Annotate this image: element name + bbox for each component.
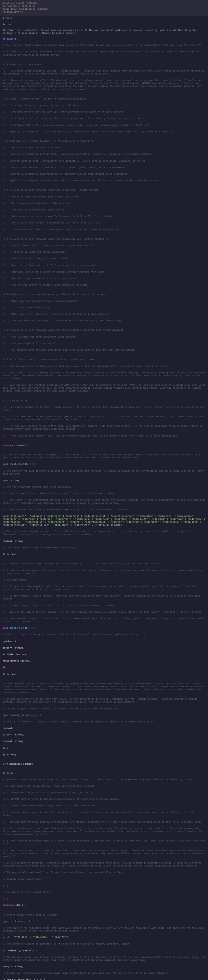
current-date: Current date: 2024-10-04 [3, 5, 205, 8]
ex-rewrite-head: // # # Examples of user requests where y… [3, 293, 205, 296]
uc1: // - Creating standalone, substantial co… [3, 104, 205, 107]
dalle-p: // Whenever a description of an image is… [3, 778, 205, 781]
en1: // - "Email subject line for email to my… [3, 244, 205, 247]
cm-close: }) => any; [3, 753, 205, 756]
du2: // - Content is primarily informational,… [3, 153, 205, 156]
cm-pat: pattern: string, [3, 733, 205, 737]
un1: // - If unsure whether to trigger ``crea… [3, 406, 205, 412]
dl9: // 7. For requests to create images of a… [3, 849, 205, 858]
create-textdoc: create_textdoc [10, 463, 29, 465]
es4: // - "Help me write an essay on why the … [3, 215, 205, 218]
bio-text: The `bio` tool is disabled. Do not send … [3, 29, 197, 35]
uc4: // - Creating a deliverable such as a re… [3, 124, 205, 127]
namespace-kw: namespace [3, 444, 15, 447]
ex-update-head: // # # Examples of user requests where y… [3, 329, 205, 332]
dt-n-field: n?: number, // default: 1 [3, 950, 205, 952]
tp3: // - use "webview" for creating a webvie… [3, 384, 205, 393]
dt-size-field: size?: ("1792x1024" | "1024x1024" | "102… [3, 936, 205, 939]
dl2: // 2. DO NOT ask for permission to gener… [3, 791, 205, 794]
en5: // - "How can I use a shell script to ex… [3, 270, 205, 274]
ct-content: // The content of the text document. Thi… [3, 530, 205, 536]
dl3: // 3. DO NOT list or refer to the descri… [3, 798, 205, 801]
en6: // - "How to use python to set up a basi… [3, 277, 205, 280]
canmore-desc2: # If canmore is NOT using `<canmore>` if… [3, 51, 205, 56]
dl-ex2: // "prompt": "<insert prompt here>" [3, 891, 205, 894]
ct-desc: // Creates a new text document to displa… [3, 453, 205, 459]
use-create-head: // # # Use ``create_textdoc`` in the fol… [3, 97, 205, 100]
cm-c: // The set of comments to apply in order… [3, 721, 205, 723]
dl-ex3: // } [3, 897, 205, 900]
ut-pat: pattern: string, [3, 647, 205, 649]
howto-1: // - To create a new document, use the `… [3, 70, 205, 75]
es5: // - "Write me a shell script to downloa… [3, 221, 205, 224]
es6: // - "I have an excel file and I need py… [3, 228, 205, 231]
update-textdoc: update_textdoc [10, 627, 29, 629]
er1: // - "Make this shorter/funnier/more pro… [3, 300, 205, 303]
ct-name: // The name of the text document display… [3, 470, 205, 476]
du6: // - Explicit user request: when the use… [3, 179, 205, 182]
type-param-head: // # # Include a "type" parameter when c… [3, 358, 205, 361]
es3: // - "Can you start a blog post about co… [3, 208, 205, 212]
es1: // - "Write an email to my boss that I n… [3, 196, 205, 199]
uc3: // - Creating content that might be iter… [3, 117, 205, 120]
ut-mul: multiple: boolean, [3, 653, 205, 656]
ct-content-field: content: string, [3, 540, 205, 543]
ex-should-head: // # # Examples of user requests where y… [3, 189, 205, 192]
er3: // - "Make this story take place in San … [3, 313, 205, 316]
dt-prompt-field: prompt: string, [3, 966, 205, 968]
ct-type3: // - use "webview" for creating a webvie… [3, 508, 205, 511]
bio-heading: ## bio [3, 23, 11, 26]
dt-ref-field: referenced_image_ids?: string[], [3, 978, 205, 980]
tp2: // - use "code/*" for programming and co… [3, 371, 205, 380]
ut-up-field: updates: { [3, 640, 205, 643]
dl5: // 5. Do not create images in the style … [3, 811, 205, 817]
ut-desc2: // # Updates should target only relevant… [3, 569, 205, 575]
dl10: // 8. Do not name or directly / indirect… [3, 862, 205, 867]
cm-c-field: comments: { [3, 727, 205, 730]
ut-usage: // ## Usage Notes [3, 579, 205, 582]
eu3: // - Any request where the user explicit… [3, 349, 205, 352]
dl1: // 1. The prompt must be in English. Tra… [3, 785, 205, 788]
ut-u5: // - Use targeted changes (patterns othe… [3, 617, 205, 623]
un4: // - When calling the `canmore` tool, yo… [3, 434, 205, 438]
dt-desc: // Create images from a text-only prompt… [3, 914, 205, 916]
en7: // - "Can you use python to create a cha… [3, 284, 205, 286]
cm-com: comment: string, [3, 740, 205, 743]
document-body: # Tools ## bio The `bio` tool is disable… [0, 16, 208, 980]
ut-u1: // - Trigger ``update_textdoc`` when the… [3, 585, 205, 591]
uc5: // - Explicit user request: if the user … [3, 130, 205, 134]
un2: // - If the user asks for multiple disti… [3, 415, 205, 421]
es2: // - "Write pandas code to collect data … [3, 202, 205, 205]
dl6: // - You can name artists, creative prof… [3, 821, 205, 824]
comment-textdoc: comment_textdoc [10, 714, 30, 716]
ex-not-head: // # # Examples of user requests where y… [3, 238, 205, 241]
dl8: // 6. For requests to include specific, … [3, 840, 205, 845]
en4: // - "Why did the Roman empire fall? Giv… [3, 264, 205, 267]
usage-notes-head: // # # Usage Notes [3, 399, 205, 402]
ut-rep: replacement: string, [3, 660, 205, 663]
ut-u2: // - Do NOT trigger ``update_textdoc`` w… [3, 595, 205, 600]
dl11: // The generated prompt sent to dalle sh… [3, 871, 205, 874]
ct-add: // Additional comments may be added here… [3, 546, 205, 549]
en2: // - "Teach me api data collection on pa… [3, 251, 205, 254]
ut-u3: // - Do NOT trigger ``update_textdoc`` i… [3, 605, 205, 607]
ct-type: // The text document content type to be … [3, 485, 205, 488]
dt-ref: // If the user references a previous ima… [3, 972, 205, 975]
personality: Personality: v2 [3, 11, 205, 14]
cm-desc2: // If the user asks or implies that they… [3, 698, 205, 703]
dt-n: // The number of images to generate. If … [3, 943, 205, 945]
ns-canmore: canmore [16, 444, 26, 447]
text2im: text2im [10, 920, 19, 923]
cm-brace: }[], [3, 747, 205, 750]
dt-size: // The size of the requested image. Use … [3, 927, 205, 932]
un3: // - If the user expects to see python c… [3, 425, 205, 431]
ut-close: }) => any; [3, 673, 205, 676]
dl-ex1: // { [3, 885, 205, 887]
ct-type1: // - use "document" for markdown files t… [3, 492, 205, 495]
tools-heading: # Tools [3, 17, 12, 19]
du1: // - Content is simple or short <10 line… [3, 146, 205, 149]
du5: // - Content is primarily conversational… [3, 173, 205, 176]
image-caps: Image input capabilities: Enabled [3, 8, 205, 11]
canmore-desc: # The `canmore` tool creates and updates… [3, 44, 205, 47]
ct-type2: // - use "code/*" for programming and co… [3, 499, 205, 504]
